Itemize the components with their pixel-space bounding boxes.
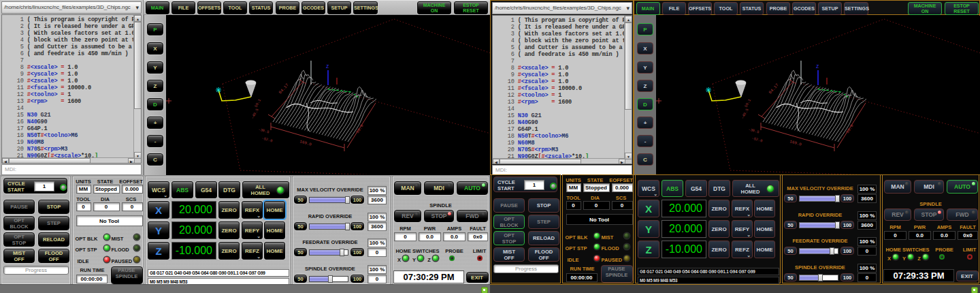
svg-text:50.1: 50.1	[744, 97, 753, 108]
svg-text:53.0: 53.0	[355, 123, 365, 134]
svg-text:-52.0: -52.0	[261, 136, 273, 143]
svg-text:84.17: 84.17	[768, 82, 780, 95]
svg-text:-30.5: -30.5	[257, 127, 270, 134]
svg-text:-30.5: -30.5	[747, 127, 760, 134]
svg-text:169.0: 169.0	[299, 139, 312, 147]
svg-text:53.0: 53.0	[845, 123, 855, 134]
svg-text:Z: Z	[326, 64, 329, 70]
svg-text:-40.5: -40.5	[740, 108, 750, 120]
svg-text:-52.0: -52.0	[751, 136, 763, 143]
svg-text:169.0: 169.0	[789, 139, 802, 147]
svg-text:50.1: 50.1	[254, 97, 263, 108]
svg-text:Z: Z	[816, 64, 819, 70]
svg-text:-40.5: -40.5	[250, 108, 260, 120]
svg-text:84.17: 84.17	[278, 82, 290, 95]
